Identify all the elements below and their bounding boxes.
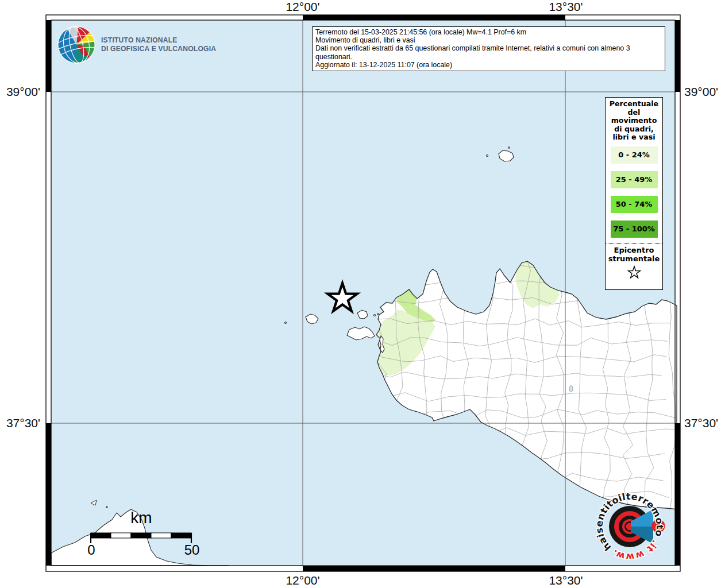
axis-label-bottom-1330: 13°30' bbox=[549, 574, 583, 587]
lake bbox=[569, 386, 573, 392]
axis-label-right-3730: 37°30' bbox=[684, 416, 718, 430]
axis-label-top-1330: 13°30' bbox=[549, 0, 583, 14]
event-effect: Movimento di quadri, libri e vasi bbox=[315, 36, 662, 44]
ingv-name-line2: DI GEOFISICA E VULCANOLOGIA bbox=[101, 45, 216, 53]
legend-title: Percentuale del movimento di quadri, lib… bbox=[606, 100, 662, 142]
ingv-logo: ISTITUTO NAZIONALE DI GEOFISICA E VULCAN… bbox=[57, 25, 219, 64]
legend-swatch-0-24: 0 - 24% bbox=[611, 146, 658, 164]
axis-label-bottom-12: 12°00' bbox=[286, 574, 319, 587]
legend-swatch-50-74: 50 - 74% bbox=[611, 196, 658, 213]
map-canvas: ? www. haisentitoilterremoto .it bbox=[0, 0, 721, 588]
scalebar-unit: km bbox=[130, 509, 152, 527]
axis-label-left-39: 39°00' bbox=[6, 85, 40, 99]
event-info-box: Terremoto del 15-03-2025 21:45:56 (ora l… bbox=[312, 26, 665, 71]
scalebar-end: 50 bbox=[184, 542, 200, 558]
event-data-note: Dati non verificati estratti da 65 quest… bbox=[315, 44, 662, 60]
axis-label-top-12: 12°00' bbox=[286, 0, 319, 14]
ingv-globe-icon bbox=[57, 25, 96, 64]
ingv-name-line1: ISTITUTO NAZIONALE bbox=[101, 36, 216, 45]
axis-label-right-39: 39°00' bbox=[684, 85, 718, 99]
legend-swatch-75-100: 75 - 100% bbox=[611, 220, 658, 238]
legend-divider bbox=[606, 243, 662, 244]
macroseismic-map-page: ? www. haisentitoilterremoto .it 12°00' … bbox=[0, 0, 721, 588]
legend-star-icon bbox=[627, 265, 642, 280]
ingv-name: ISTITUTO NAZIONALE DI GEOFISICA E VULCAN… bbox=[101, 36, 216, 53]
event-title: Terremoto del 15-03-2025 21:45:56 (ora l… bbox=[315, 28, 662, 36]
axis-label-left-3730: 37°30' bbox=[6, 416, 40, 430]
legend-box: Percentuale del movimento di quadri, lib… bbox=[605, 97, 663, 290]
event-updated: Aggiornato il: 13-12-2025 11:07 (ora loc… bbox=[315, 61, 662, 69]
legend-epicenter-label: Epicentro strumentale bbox=[606, 246, 662, 263]
scalebar-start: 0 bbox=[87, 542, 95, 558]
legend-swatch-25-49: 25 - 49% bbox=[611, 171, 658, 188]
